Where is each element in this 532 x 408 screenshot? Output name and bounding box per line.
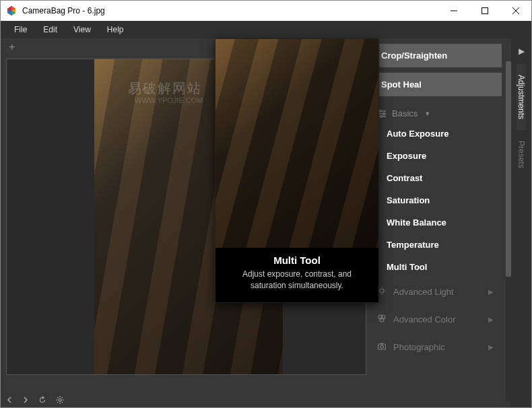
window-controls [438,1,531,21]
workarea: + 易破解网站 WWW.YPOJIE.COM 易破解网站 WWW.YPOJIE.… [1,38,531,408]
advanced-color-section[interactable]: Advanced Color ▶ [372,306,502,333]
scrollbar-thumb[interactable] [506,61,511,277]
basics-section-header[interactable]: Basics ▼ [372,102,502,123]
side-tabs: ▶ Adjustments Presets [511,38,531,408]
svg-rect-36 [380,343,383,345]
advanced-color-label: Advanced Color [393,314,456,325]
panel-scrollbar[interactable] [506,61,511,401]
next-button[interactable] [22,397,29,403]
bottom-controls [6,396,64,404]
svg-point-35 [380,345,383,348]
auto-exposure-item[interactable]: Auto Exposure [372,123,502,145]
exposure-item[interactable]: Exposure [372,145,502,167]
svg-rect-8 [482,8,488,14]
svg-point-26 [380,289,384,293]
refresh-button[interactable] [38,396,46,404]
collapse-panel-button[interactable]: ▶ [519,38,525,64]
svg-point-23 [379,110,381,112]
close-button[interactable] [500,1,531,21]
crop-straighten-button[interactable]: Crop/Straighten [372,44,502,67]
chevron-right-icon: ▶ [488,288,494,296]
app-icon [6,5,17,16]
menubar: File Edit View Help [1,21,531,38]
chevron-right-icon: ▶ [488,316,494,323]
svg-line-18 [57,402,58,403]
temperature-item[interactable]: Temperature [372,234,502,256]
svg-point-25 [380,115,383,117]
settings-icon[interactable] [56,396,64,404]
titlebar: CameraBag Pro - 6.jpg [1,1,531,21]
basics-label: Basics [392,108,418,118]
menu-view[interactable]: View [65,22,99,37]
svg-line-16 [57,397,58,398]
multi-tool-item[interactable]: Multi Tool [372,256,502,278]
svg-line-17 [62,402,63,403]
menu-file[interactable]: File [6,22,35,37]
canvas-area: 易破解网站 WWW.YPOJIE.COM 易破解网站 WWW.YPOJIE.CO… [1,38,372,408]
advanced-light-section[interactable]: Advanced Light ▶ [372,278,502,306]
tooltip-preview-image [215,39,378,248]
tooltip-description: Adjust exposure, contrast, and saturatio… [215,269,378,302]
minimize-button[interactable] [438,1,469,21]
advanced-light-label: Advanced Light [393,287,454,297]
adjustments-tab[interactable]: Adjustments [517,64,526,130]
prev-button[interactable] [6,397,13,403]
menu-help[interactable]: Help [99,22,132,37]
white-balance-item[interactable]: White Balance [372,211,502,234]
spot-heal-button[interactable]: Spot Heal [372,73,502,96]
presets-tab[interactable]: Presets [517,130,526,179]
camera-icon [377,341,387,353]
chevron-right-icon: ▶ [488,343,494,351]
photographic-section[interactable]: Photographic ▶ [372,333,502,361]
tool-tooltip: Multi Tool Adjust exposure, contrast, an… [215,38,379,303]
photographic-label: Photographic [393,342,445,352]
svg-point-24 [383,112,385,114]
contrast-item[interactable]: Contrast [372,167,502,189]
chevron-down-icon: ▼ [424,110,430,117]
svg-line-19 [62,397,63,398]
saturation-item[interactable]: Saturation [372,189,502,211]
color-icon [377,314,387,325]
menu-edit[interactable]: Edit [35,22,65,37]
svg-point-11 [59,399,61,401]
maximize-button[interactable] [469,1,500,21]
window-title: CameraBag Pro - 6.jpg [22,6,438,15]
tooltip-title: Multi Tool [215,248,378,269]
adjustments-panel: Crop/Straighten Spot Heal Basics ▼ Auto … [372,38,511,408]
